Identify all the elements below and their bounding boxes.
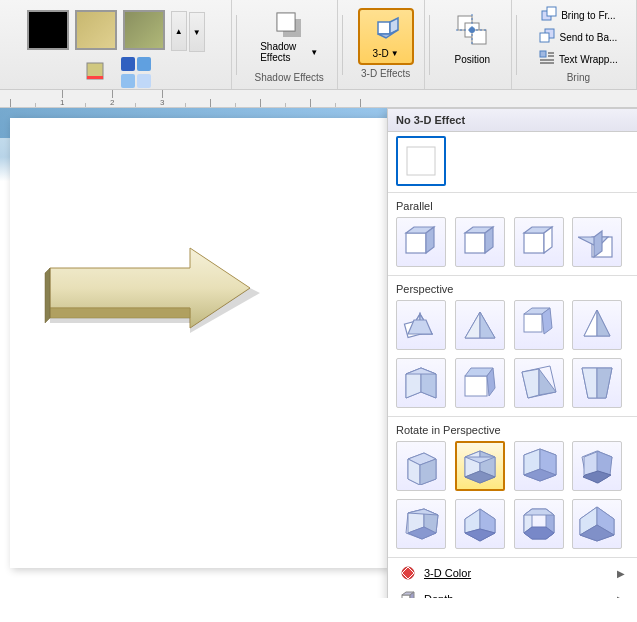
ruler-mark-2	[85, 103, 86, 107]
rotate-title: Rotate in Perspective	[388, 419, 637, 439]
svg-rect-32	[465, 233, 485, 253]
perspective-item-5[interactable]	[396, 358, 446, 408]
ruler-mark-6	[285, 103, 286, 107]
shadow-effects-btn[interactable]: Shadow Effects ▼	[249, 4, 329, 68]
rotate-item-5[interactable]	[396, 499, 446, 549]
send-back-icon	[539, 28, 555, 46]
shadow-dropdown-arrow[interactable]: ▼	[310, 48, 318, 57]
svg-rect-28	[406, 233, 426, 253]
depth-arrow: ▶	[617, 594, 625, 599]
effects-3d-label-row: 3-D ▼	[373, 48, 399, 59]
panel-header: No 3-D Effect	[388, 109, 637, 132]
position-section: Position	[434, 0, 512, 89]
parallel-item-4[interactable]	[572, 217, 622, 267]
rotate-item-7[interactable]	[514, 499, 564, 549]
ruler-mark-5	[235, 103, 236, 107]
ruler: 1 2 3	[0, 90, 637, 108]
svg-marker-62	[522, 369, 539, 398]
depth-menu-item[interactable]: Depth ▶	[388, 586, 637, 598]
perspective-item-1[interactable]	[396, 300, 446, 350]
canvas-paper	[10, 118, 390, 568]
rotate-item-6[interactable]	[455, 499, 505, 549]
ruler-mark-0	[10, 99, 11, 107]
divider-menu	[388, 557, 637, 558]
shape-swatches: ▲ ▼	[23, 4, 209, 54]
perspective-item-7[interactable]	[514, 358, 564, 408]
rotate-item-1[interactable]	[396, 441, 446, 491]
divider2	[342, 15, 343, 75]
bring-to-front-label: Bring to Fr...	[561, 10, 615, 21]
svg-marker-53	[597, 310, 610, 336]
swatch-tan[interactable]	[75, 10, 117, 50]
svg-rect-4	[277, 13, 295, 31]
text-wrap-icon	[539, 50, 555, 68]
depth-icon	[400, 591, 416, 598]
text-wrap-label: Text Wrapp...	[559, 54, 618, 65]
perspective-grid-1	[388, 298, 637, 356]
color-3d-menu-item[interactable]: 3-D Color ▶	[388, 560, 637, 586]
effects-3d-btn[interactable]: 3-D ▼	[358, 8, 414, 65]
rotate-grid-2	[388, 497, 637, 555]
scroll-down-arrow[interactable]: ▼	[189, 12, 205, 52]
svg-marker-5	[378, 22, 390, 34]
perspective-item-3[interactable]	[514, 300, 564, 350]
shape-styles-section: ▲ ▼	[0, 0, 232, 89]
effects-3d-dropdown-arrow[interactable]: ▼	[391, 49, 399, 58]
svg-marker-46	[465, 312, 480, 338]
divider-perspective	[388, 275, 637, 276]
shadow-effects-section: Shadow Effects ▼ Shadow Effects	[241, 0, 338, 89]
color-3d-icon	[400, 565, 416, 581]
ruler-mark-4	[185, 103, 186, 107]
svg-marker-57	[406, 368, 436, 374]
depth-label: Depth	[424, 593, 609, 598]
parallel-item-1[interactable]	[396, 217, 446, 267]
ruler-mark-3a: 3	[160, 90, 164, 107]
toolbar: ▲ ▼	[0, 0, 637, 90]
bring-to-front-btn[interactable]: Bring to Fr...	[541, 4, 615, 26]
parallel-item-3[interactable]	[514, 217, 564, 267]
svg-marker-65	[582, 368, 597, 398]
rotate-item-8[interactable]	[572, 499, 622, 549]
arrow-shape[interactable]	[40, 238, 260, 338]
svg-marker-25	[45, 268, 50, 323]
perspective-item-8[interactable]	[572, 358, 622, 408]
parallel-item-2[interactable]	[455, 217, 505, 267]
color-3d-label: 3-D Color	[424, 567, 609, 579]
rotate-grid-1	[388, 439, 637, 497]
rotate-item-3[interactable]	[514, 441, 564, 491]
svg-marker-52	[584, 310, 597, 336]
send-to-back-btn[interactable]: Send to Ba...	[539, 26, 617, 48]
shape-scroll: ▲ ▼	[171, 10, 205, 52]
swatch-olive[interactable]	[123, 10, 165, 50]
shape-effects-btn[interactable]	[118, 56, 156, 90]
no-effect-title: No 3-D Effect	[396, 114, 465, 126]
shadow-effects-label: Shadow Effects	[255, 72, 324, 85]
fill-color-btn[interactable]	[76, 56, 114, 90]
perspective-item-2[interactable]	[455, 300, 505, 350]
svg-rect-34	[524, 233, 544, 253]
divider4	[516, 15, 517, 75]
effects-3d-label: 3-D	[373, 48, 389, 59]
shadow-effects-text: Shadow Effects	[260, 41, 308, 63]
perspective-item-6[interactable]	[455, 358, 505, 408]
swatch-black[interactable]	[27, 10, 69, 50]
svg-marker-24	[50, 308, 190, 318]
text-wrap-btn[interactable]: Text Wrapp...	[539, 48, 618, 70]
svg-point-102	[402, 567, 414, 579]
perspective-item-4[interactable]	[572, 300, 622, 350]
svg-rect-48	[524, 314, 542, 332]
rotate-item-2-selected[interactable]	[455, 441, 505, 491]
svg-rect-27	[407, 147, 435, 175]
no-effect-item[interactable]	[396, 136, 446, 186]
svg-rect-15	[547, 7, 556, 16]
dropdown-panel: No 3-D Effect Parallel	[387, 108, 637, 598]
svg-rect-17	[540, 33, 549, 42]
shadow-icon	[273, 9, 305, 41]
svg-marker-47	[480, 312, 495, 338]
ruler-mark-7	[335, 103, 336, 107]
send-to-back-label: Send to Ba...	[559, 32, 617, 43]
canvas-area[interactable]: No 3-D Effect Parallel	[0, 108, 637, 598]
rotate-item-4[interactable]	[572, 441, 622, 491]
scroll-up-arrow[interactable]: ▲	[171, 11, 187, 51]
parallel-grid	[388, 215, 637, 273]
